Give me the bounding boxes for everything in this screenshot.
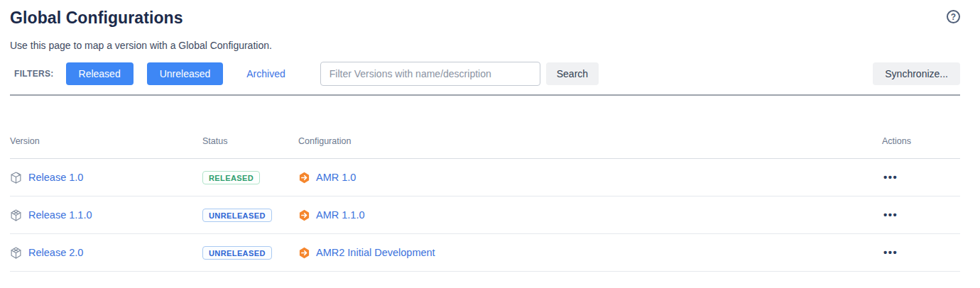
page-subtitle: Use this page to map a version with a Gl… — [10, 40, 960, 51]
row-actions-menu-button[interactable]: ••• — [882, 247, 899, 258]
version-link[interactable]: Release 1.1.0 — [28, 209, 92, 221]
column-header-status: Status — [202, 136, 298, 146]
released-version-icon — [10, 172, 22, 184]
status-cell: UNRELEASED — [202, 209, 298, 222]
column-header-configuration: Configuration — [298, 136, 871, 146]
status-badge: UNRELEASED — [202, 246, 272, 260]
configuration-cell: AMR 1.0 — [298, 172, 871, 184]
column-header-version: Version — [10, 136, 202, 146]
unreleased-version-icon — [10, 247, 22, 259]
status-badge: RELEASED — [202, 171, 260, 184]
table-row: Release 2.0 UNRELEASED AMR2 Initial Deve… — [10, 234, 960, 272]
configuration-link[interactable]: AMR 1.1.0 — [316, 209, 365, 221]
version-link[interactable]: Release 1.0 — [28, 172, 83, 183]
configuration-cell: AMR 1.1.0 — [298, 209, 871, 221]
status-badge: UNRELEASED — [202, 209, 272, 222]
search-button[interactable]: Search — [546, 62, 599, 85]
page-title: Global Configurations — [10, 9, 183, 28]
filter-divider — [10, 94, 960, 96]
help-icon[interactable]: ? — [947, 10, 960, 23]
version-link[interactable]: Release 2.0 — [28, 247, 83, 258]
filter-released-button[interactable]: Released — [66, 62, 134, 85]
table-header-row: Version Status Configuration Actions — [10, 123, 960, 159]
version-cell: Release 1.0 — [10, 172, 202, 184]
configuration-cell: AMR2 Initial Development — [298, 247, 871, 259]
configurations-table: Version Status Configuration Actions Rel… — [10, 123, 960, 272]
unreleased-version-icon — [10, 209, 22, 221]
actions-cell: ••• — [871, 209, 960, 221]
configuration-hexagon-icon — [298, 172, 310, 184]
filter-unreleased-button[interactable]: Unreleased — [147, 62, 224, 85]
synchronize-button[interactable]: Synchronize... — [873, 62, 960, 85]
status-cell: RELEASED — [202, 171, 298, 184]
actions-cell: ••• — [871, 246, 960, 259]
configuration-hexagon-icon — [298, 209, 310, 221]
page-header: Global Configurations ? — [10, 7, 960, 28]
configuration-hexagon-icon — [298, 247, 310, 259]
table-row: Release 1.1.0 UNRELEASED AMR 1.1.0 ••• — [10, 196, 960, 234]
configuration-link[interactable]: AMR 1.0 — [316, 172, 356, 183]
filter-bar: FILTERS: Released Unreleased Archived Se… — [10, 62, 960, 86]
filter-archived-link[interactable]: Archived — [246, 68, 285, 79]
version-cell: Release 2.0 — [10, 247, 202, 259]
column-header-actions: Actions — [871, 136, 960, 146]
row-actions-menu-button[interactable]: ••• — [882, 172, 899, 183]
status-cell: UNRELEASED — [202, 246, 298, 260]
version-cell: Release 1.1.0 — [10, 209, 202, 221]
table-row: Release 1.0 RELEASED AMR 1.0 ••• — [10, 159, 960, 196]
filter-versions-input[interactable] — [320, 62, 540, 86]
actions-cell: ••• — [871, 171, 960, 184]
filters-label: FILTERS: — [14, 69, 54, 79]
search-group: Search — [320, 62, 599, 86]
row-actions-menu-button[interactable]: ••• — [882, 209, 899, 221]
configuration-link[interactable]: AMR2 Initial Development — [316, 247, 435, 258]
global-configurations-page: Global Configurations ? Use this page to… — [0, 0, 980, 288]
